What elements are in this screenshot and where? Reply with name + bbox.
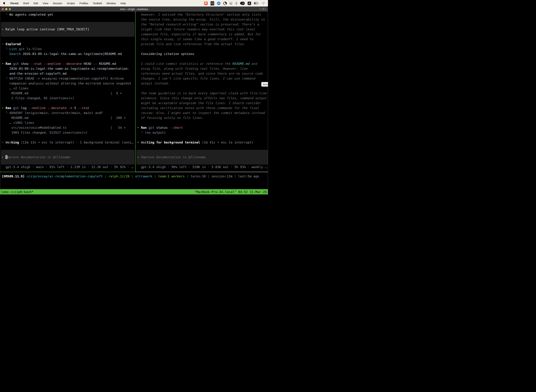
terminal-line: The team guideline is to back every impo… (136, 91, 268, 96)
window-shortcut: ⌥⌘1 (259, 8, 266, 11)
terminal-line: └ 067f154 (HEAD -> essay/ai-reimplementa… (0, 76, 135, 81)
menu-item-help[interactable]: Help (120, 2, 126, 5)
terminal-line (0, 56, 135, 61)
terminal-line: review. Also, I might want to inspect th… (136, 111, 268, 115)
right-session-status: gpt-5.4 xhigh · 96% left · 520K in · 5.8… (136, 165, 268, 169)
terminal-line: However, I noticed the "Directory Struct… (136, 12, 268, 17)
tmux-host-clock: "MacBook-Pro-44.local" 04:52 31-Mar-26 (194, 190, 268, 194)
terminal-line: the source tree, missing the essay. Stil… (136, 17, 268, 22)
terminal-line: 2 files changed, 92 insertions(+) (0, 96, 135, 101)
pane-left: └ No agents completed yet › Ralph loop a… (0, 12, 135, 169)
menu-item-session[interactable]: Session (53, 2, 62, 5)
battery-icon[interactable] (254, 2, 259, 5)
terminal-line (136, 47, 268, 51)
left-prompt-line: › Improve documentation in @filename (1, 155, 70, 160)
terminal-line: Considering citation options (136, 51, 268, 56)
terminal-line: output instead. (136, 81, 268, 86)
terminal-line: › Ralph loop active continue [OMX_TMUX_I… (1, 27, 89, 32)
terminal-line: companion file, especially if more comme… (136, 32, 268, 37)
terminal-line: • Ran git status --short (136, 125, 268, 130)
terminal-line: … +1901 lines (0, 120, 135, 125)
messenger-icon[interactable] (217, 2, 220, 5)
terminal-line: README.md | 4 + (0, 91, 135, 96)
terminal-line: • Working (11m 13s • esc to interrupt) ·… (0, 140, 135, 145)
dragon-icon[interactable]: § (235, 2, 237, 5)
left-agent-log: • Explored └ List git ls-files Search 20… (0, 37, 135, 145)
terminal: └ No agents completed yet › Ralph loop a… (0, 12, 268, 196)
menu-item-view[interactable]: View (43, 2, 48, 5)
menu-item-profiles[interactable]: Profiles (80, 2, 88, 5)
screen-notification-chip[interactable]: Scre (261, 82, 268, 87)
terminal-line: and-the-erosion-of-copyleft.md (0, 71, 135, 76)
text-cursor: I (5, 155, 7, 159)
terminal-line: • Explored (0, 42, 135, 47)
terminal-line: I could cite commit statistics or refere… (136, 61, 268, 66)
menu-item-shell[interactable]: Shell (23, 2, 29, 5)
keypad-icon[interactable] (211, 1, 214, 5)
terminal-line (0, 135, 135, 140)
menu-item-toolbelt[interactable]: Toolbelt (93, 2, 102, 5)
omx-status-line: [OMX#0.11.9] cczip/essay/ai-reimplementa… (0, 174, 268, 179)
terminal-line: └ (no output) (136, 130, 268, 135)
terminal-line: README.md | 280 + (0, 115, 135, 120)
moon-icon[interactable] (223, 2, 227, 5)
terminal-line: gpt-5.4 xhigh · main · 91% left · 2.31M … (0, 165, 135, 169)
right-pane-border (136, 172, 268, 172)
terminal-line: Search 2026-03-09-is-legal-the-same-as-l… (0, 51, 135, 56)
prompt-chevron: › (137, 155, 141, 159)
menu-item-edit[interactable]: Edit (34, 2, 38, 5)
terminal-line (136, 135, 268, 140)
terminal-line: └ 4b9d30f (origin/main, instructkr/main,… (0, 111, 135, 115)
window-title: omx --xhigh --madmax (0, 8, 268, 10)
terminal-line: src/voice/voiceModeEnabled.ts | 54 + (0, 125, 135, 130)
menu-item-window[interactable]: Window (107, 2, 116, 5)
prompt-placeholder: mprove documentation in @filename (7, 155, 70, 159)
terminal-line: … +2 lines (0, 86, 135, 91)
terminal-line (0, 17, 135, 22)
window-titlebar: omx --xhigh --madmax ⌥⌘1 (0, 6, 268, 12)
tmux-session-label: [omx-cczip0:bash* (0, 190, 34, 194)
screen: { "menu_bar": { "items": ["iTerm2", "She… (0, 0, 268, 196)
apple-menu[interactable] (3, 1, 5, 5)
terminal-line: 1903 files changed, 513517 insertions(+) (0, 130, 135, 135)
wifi-icon[interactable] (262, 2, 265, 5)
inject-box: › Ralph loop active continue [OMX_TMUX_I… (1, 22, 134, 37)
menu-status-icons: § ..61 A (204, 1, 268, 5)
terminal-line: this single essay, it seems like a good … (136, 37, 268, 42)
terminal-line (136, 120, 268, 125)
terminal-line: including verification notes with those … (136, 106, 268, 111)
right-prompt-input[interactable]: › Improve documentation in @filename (136, 150, 268, 165)
menu-item-iterm2[interactable]: iTerm2 (10, 2, 19, 5)
left-prompt-input[interactable]: › Improve documentation in @filename (1, 150, 134, 165)
left-pane-border (0, 172, 135, 172)
tmux-status-bar: [omx-cczip0:bash* "MacBook-Pro-44.local"… (0, 189, 268, 194)
terminal-line: companion analysis without altering the … (0, 81, 135, 86)
terminal-line: 2026-03-09-is-legal-the-same-as-legitima… (0, 66, 135, 71)
record-icon[interactable] (204, 2, 208, 5)
menu-bar: iTerm2ShellEditViewSessionScriptsProfile… (0, 0, 268, 6)
terminal-line: might be acceptable alongside the file l… (136, 101, 268, 106)
dots-grid-icon[interactable] (230, 2, 232, 5)
terminal-line: └ No agents completed yet (0, 12, 135, 17)
menu-item-scripts[interactable]: Scripts (67, 2, 75, 5)
terminal-line: • Waiting for background terminal (1m 41… (136, 140, 268, 145)
terminal-line: • Ran git show --stat --oneline --decora… (0, 61, 135, 66)
terminal-line: evidence. Since this change only affects… (136, 96, 268, 101)
prompt-placeholder: Improve documentation in @filename (141, 155, 206, 159)
terminal-line: • Ran git log --oneline --decorate -n 5 … (0, 106, 135, 111)
terminal-line: essay file, along with finding root file… (136, 66, 268, 71)
right-prompt-line: › Improve documentation in @filename (136, 155, 206, 160)
terminal-line: references need actual files, and since … (136, 71, 268, 76)
left-tail-lines: └ No agents completed yet (0, 12, 135, 22)
input-a-icon[interactable]: A (248, 2, 251, 5)
terminal-line: changes, I can't cite specific file line… (136, 76, 268, 81)
left-session-status: gpt-5.4 xhigh · main · 91% left · 2.31M … (0, 165, 135, 169)
terminal-line: slight risk that future readers may over… (136, 27, 268, 32)
right-agent-log: However, I noticed the "Directory Struct… (136, 12, 268, 145)
apple-icon (3, 1, 5, 5)
terminal-line: the "Related research writing" section i… (136, 22, 268, 27)
terminal-line: provide file and line references from th… (136, 42, 268, 47)
terminal-line (136, 56, 268, 61)
terminal-line: gpt-5.4 xhigh · 96% left · 520K in · 5.8… (136, 165, 268, 169)
badge-61-icon[interactable]: ..61 (240, 2, 245, 5)
